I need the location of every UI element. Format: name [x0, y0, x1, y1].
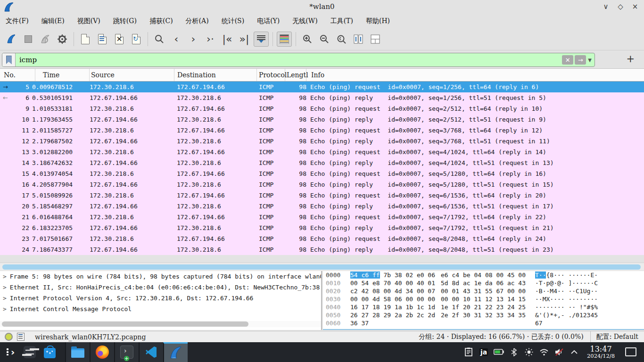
expand-chevron-icon[interactable]: >	[3, 273, 7, 280]
menu-item[interactable]: 捕获(C)	[149, 17, 173, 25]
menu-item[interactable]: 编辑(E)	[41, 17, 65, 25]
filter-clear-button[interactable]: ✕	[562, 55, 573, 65]
save-file-button[interactable]	[95, 32, 110, 47]
minimize-button[interactable]: ∨	[601, 1, 611, 12]
zoom-in-button[interactable]	[300, 32, 315, 47]
hscrollbar-thumb[interactable]	[2, 264, 641, 270]
hex-row[interactable]: 001000 54 e8 70 40 00 40 015d 8d ac 1e d…	[323, 279, 644, 287]
tray-expand-chevron-icon[interactable]	[569, 346, 579, 358]
packet-row[interactable]: 16 4.205877904 172.67.194.66 172.30.218.…	[0, 179, 644, 190]
reload-file-button[interactable]: ↻	[129, 32, 144, 47]
packet-row[interactable]: 23 7.017501667 172.30.218.6 172.67.194.6…	[0, 233, 644, 244]
next-packet-button[interactable]: ›	[186, 32, 201, 47]
details-hscrollbar-thumb[interactable]	[2, 321, 248, 327]
capture-options-button[interactable]	[55, 32, 70, 47]
hex-row[interactable]: 000054 c6 ff 7b 38 02 e0 06e6 c4 be 04 0…	[323, 271, 644, 279]
colorize-button[interactable]	[277, 32, 292, 47]
last-packet-button[interactable]: »|	[237, 32, 252, 47]
restart-capture-button[interactable]	[38, 32, 53, 47]
software-store-button[interactable]	[40, 342, 59, 362]
hex-row[interactable]: 006036 3767	[323, 319, 644, 327]
packet-row[interactable]: 24 7.186743377 172.67.194.66 172.30.218.…	[0, 244, 644, 255]
previous-packet-button[interactable]: ‹	[169, 32, 184, 47]
firefox-button[interactable]	[90, 342, 114, 362]
detail-tree-row[interactable]: >Frame 5: 98 bytes on wire (784 bits), 9…	[0, 271, 321, 282]
hex-row[interactable]: 004016 17 18 19 1a 1b 1c 1d1e 1f 20 21 2…	[323, 303, 644, 311]
menu-item[interactable]: 帮助(H)	[366, 17, 390, 25]
clock[interactable]: 13:47 2024/12/8	[587, 346, 615, 359]
resize-columns-button[interactable]	[351, 32, 366, 47]
layout-123-button[interactable]	[368, 32, 383, 47]
find-packet-button[interactable]	[152, 32, 167, 47]
terminal-button[interactable]: › +	[114, 342, 139, 362]
go-to-packet-button[interactable]: ›·	[203, 32, 218, 47]
menu-item[interactable]: 视图(V)	[77, 17, 100, 25]
packet-row[interactable]: 17 5.015089926 172.30.218.6 172.67.194.6…	[0, 190, 644, 201]
packet-bytes-pane[interactable]: 000054 c6 ff 7b 38 02 e0 06e6 c4 be 04 0…	[323, 271, 644, 330]
bluetooth-icon[interactable]	[509, 346, 519, 358]
hex-row[interactable]: 005026 27 28 29 2a 2b 2c 2d2e 2f 30 31 3…	[323, 311, 644, 319]
hex-row[interactable]: 003000 00 4d 58 06 00 00 0000 00 10 11 1…	[323, 295, 644, 303]
close-button[interactable]: ×	[630, 1, 640, 12]
expand-chevron-icon[interactable]: >	[3, 305, 7, 313]
packet-row[interactable]: 20 5.185468297 172.67.194.66 172.30.218.…	[0, 201, 644, 212]
start-capture-button[interactable]	[4, 32, 19, 47]
detail-tree-row[interactable]: >Internet Protocol Version 4, Src: 172.3…	[0, 293, 321, 304]
packet-row[interactable]: 22 6.183223705 172.67.194.66 172.30.218.…	[0, 222, 644, 233]
stop-capture-button[interactable]	[21, 32, 36, 47]
first-packet-button[interactable]: |«	[220, 32, 235, 47]
menu-item[interactable]: 跳转(G)	[113, 17, 137, 25]
zoom-reset-button[interactable]	[334, 32, 349, 47]
menu-item[interactable]: 无线(W)	[292, 17, 317, 25]
expand-chevron-icon[interactable]: >	[3, 284, 7, 291]
menu-item[interactable]: 电话(Y)	[257, 17, 280, 25]
app-launcher-button[interactable]: ›	[0, 342, 20, 362]
packet-row[interactable]: 15 4.013974054 172.30.218.6 172.67.194.6…	[0, 168, 644, 179]
filter-dropdown-caret[interactable]: ▼	[588, 58, 592, 63]
input-method-indicator[interactable]: ja	[479, 346, 489, 358]
wireshark-taskbar-button[interactable]	[163, 342, 188, 362]
profile-selector[interactable]: 配置: Default	[591, 333, 644, 341]
clipboard-icon[interactable]	[463, 346, 474, 358]
packet-row[interactable]: 12 2.179687502 172.67.194.66 172.30.218.…	[0, 136, 644, 147]
menu-item[interactable]: 统计(S)	[222, 17, 245, 25]
filter-apply-button[interactable]: →	[575, 55, 586, 65]
packet-row[interactable]: 21 6.016488764 172.30.218.6 172.67.194.6…	[0, 212, 644, 222]
expand-chevron-icon[interactable]: >	[3, 295, 7, 302]
auto-scroll-button[interactable]	[254, 32, 269, 47]
packet-row[interactable]: 9 1.010533181 172.30.218.6 172.67.194.66…	[0, 103, 644, 114]
filter-bookmark-button[interactable]	[2, 53, 16, 66]
packet-row[interactable]: 10 1.179363455 172.67.194.66 172.30.218.…	[0, 114, 644, 125]
file-manager-button[interactable]	[65, 342, 90, 362]
brightness-icon[interactable]	[524, 346, 534, 358]
capture-comment-icon[interactable]	[17, 333, 25, 341]
maximize-button[interactable]: ◇	[615, 1, 626, 12]
column-header-length[interactable]: Lengtl	[285, 69, 306, 81]
column-header-destination[interactable]: Destination	[174, 69, 257, 81]
menu-item[interactable]: 工具(T)	[330, 17, 353, 25]
detail-tree-row[interactable]: >Ethernet II, Src: HonHaiPrecis_c4:be:04…	[0, 282, 321, 293]
zoom-out-button[interactable]	[317, 32, 332, 47]
hex-row[interactable]: 0020c2 42 08 00 4d 34 00 0700 01 43 31 5…	[323, 287, 644, 295]
battery-icon[interactable]	[494, 346, 504, 358]
filter-value[interactable]: icmp	[16, 56, 562, 64]
packet-row[interactable]: ← 6 0.530105191 172.67.194.66 172.30.218…	[0, 92, 644, 103]
packet-row[interactable]: 13 3.012882200 172.30.218.6 172.67.194.6…	[0, 147, 644, 157]
filter-add-button[interactable]: +	[626, 53, 635, 65]
column-header-source[interactable]: Source	[90, 69, 174, 81]
volume-muted-icon[interactable]	[554, 346, 564, 358]
display-filter-input[interactable]: icmp ✕ → ▼	[2, 53, 595, 67]
vscode-button[interactable]	[139, 342, 163, 362]
column-header-protocol[interactable]: Protocol	[257, 69, 285, 81]
details-hscrollbar[interactable]	[0, 321, 321, 327]
wifi-icon[interactable]	[539, 346, 549, 358]
column-header-no[interactable]: No.	[0, 69, 35, 81]
show-desktop-button[interactable]	[625, 347, 636, 356]
packet-list-hscrollbar[interactable]	[0, 263, 644, 271]
column-header-info[interactable]: Info	[306, 69, 644, 81]
settings-button[interactable]	[20, 342, 40, 362]
expert-info-icon[interactable]	[5, 333, 13, 341]
menu-item[interactable]: 分析(A)	[186, 17, 209, 25]
close-file-button[interactable]: ✕	[112, 32, 127, 47]
open-file-button[interactable]	[78, 32, 93, 47]
